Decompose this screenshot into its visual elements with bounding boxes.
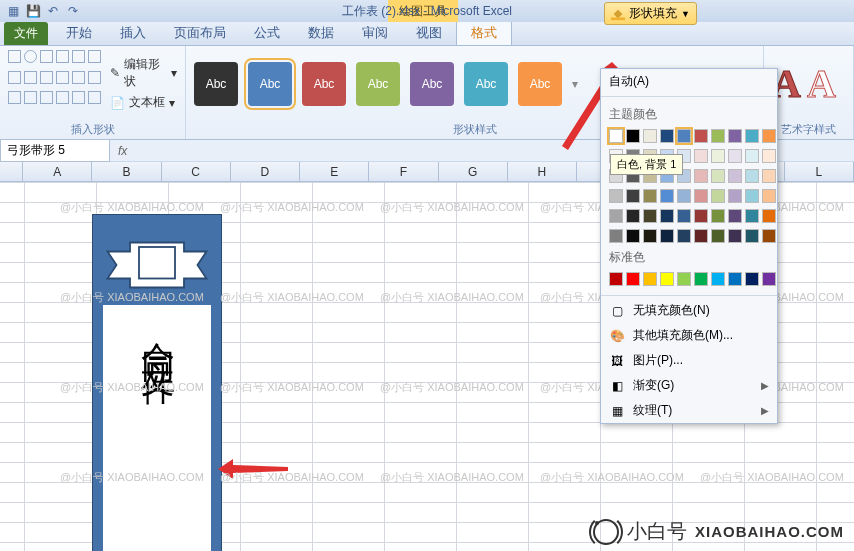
shapes-gallery[interactable]	[8, 50, 102, 110]
tab-layout[interactable]: 页面布局	[160, 21, 240, 45]
fx-icon[interactable]: fx	[118, 144, 127, 158]
color-swatch[interactable]	[677, 209, 691, 223]
style-preset[interactable]: Abc	[518, 62, 562, 106]
edit-shape-button[interactable]: ✎编辑形状 ▾	[110, 56, 177, 90]
col-header[interactable]: F	[369, 162, 438, 181]
color-swatch[interactable]	[694, 149, 708, 163]
color-swatch[interactable]	[677, 129, 691, 143]
color-swatch[interactable]	[643, 129, 657, 143]
color-swatch[interactable]	[660, 272, 674, 286]
color-swatch[interactable]	[609, 129, 623, 143]
save-icon[interactable]: 💾	[24, 2, 42, 20]
tab-insert[interactable]: 插入	[106, 21, 160, 45]
color-swatch[interactable]	[643, 209, 657, 223]
color-swatch[interactable]	[711, 189, 725, 203]
texture-fill-item[interactable]: ▦纹理(T)▶	[601, 398, 777, 423]
textbox-button[interactable]: 📄文本框 ▾	[110, 94, 177, 111]
color-swatch[interactable]	[762, 209, 776, 223]
color-swatch[interactable]	[660, 229, 674, 243]
color-swatch[interactable]	[660, 129, 674, 143]
color-swatch[interactable]	[728, 229, 742, 243]
color-swatch[interactable]	[677, 272, 691, 286]
col-header[interactable]: D	[231, 162, 300, 181]
col-header[interactable]: H	[508, 162, 577, 181]
color-swatch[interactable]	[626, 189, 640, 203]
style-preset[interactable]: Abc	[302, 62, 346, 106]
shape-object[interactable]: 合同文件	[92, 214, 222, 551]
color-swatch[interactable]	[745, 209, 759, 223]
color-swatch[interactable]	[609, 229, 623, 243]
color-swatch[interactable]	[745, 272, 759, 286]
color-swatch[interactable]	[711, 149, 725, 163]
color-swatch[interactable]	[643, 272, 657, 286]
redo-icon[interactable]: ↷	[64, 2, 82, 20]
color-swatch[interactable]	[677, 189, 691, 203]
style-preset[interactable]: Abc	[356, 62, 400, 106]
tab-data[interactable]: 数据	[294, 21, 348, 45]
tab-format[interactable]: 格式	[456, 20, 512, 45]
style-preset[interactable]: Abc	[410, 62, 454, 106]
color-swatch[interactable]	[728, 189, 742, 203]
color-swatch[interactable]	[728, 272, 742, 286]
undo-icon[interactable]: ↶	[44, 2, 62, 20]
color-swatch[interactable]	[762, 149, 776, 163]
col-header[interactable]: A	[23, 162, 92, 181]
col-header[interactable]: E	[300, 162, 369, 181]
color-swatch[interactable]	[711, 129, 725, 143]
auto-color-item[interactable]: 自动(A)	[601, 69, 777, 94]
gradient-fill-item[interactable]: ◧渐变(G)▶	[601, 373, 777, 398]
style-preset[interactable]: Abc	[194, 62, 238, 106]
color-swatch[interactable]	[762, 189, 776, 203]
tab-formula[interactable]: 公式	[240, 21, 294, 45]
color-swatch[interactable]	[694, 229, 708, 243]
style-preset-selected[interactable]: Abc	[248, 62, 292, 106]
col-header[interactable]: C	[162, 162, 231, 181]
color-swatch[interactable]	[745, 129, 759, 143]
color-swatch[interactable]	[711, 272, 725, 286]
color-swatch[interactable]	[694, 272, 708, 286]
no-fill-item[interactable]: ▢无填充颜色(N)	[601, 298, 777, 323]
color-swatch[interactable]	[762, 272, 776, 286]
color-swatch[interactable]	[609, 209, 623, 223]
col-header[interactable]: L	[785, 162, 854, 181]
col-header[interactable]: B	[92, 162, 161, 181]
color-swatch[interactable]	[626, 229, 640, 243]
color-swatch[interactable]	[745, 229, 759, 243]
color-swatch[interactable]	[609, 272, 623, 286]
color-swatch[interactable]	[660, 209, 674, 223]
picture-fill-item[interactable]: 🖼图片(P)...	[601, 348, 777, 373]
color-swatch[interactable]	[728, 169, 742, 183]
color-swatch[interactable]	[643, 189, 657, 203]
color-swatch[interactable]	[694, 189, 708, 203]
color-swatch[interactable]	[660, 189, 674, 203]
color-swatch[interactable]	[643, 229, 657, 243]
color-swatch[interactable]	[745, 149, 759, 163]
color-swatch[interactable]	[728, 129, 742, 143]
style-preset[interactable]: Abc	[464, 62, 508, 106]
more-colors-item[interactable]: 🎨其他填充颜色(M)...	[601, 323, 777, 348]
color-swatch[interactable]	[626, 209, 640, 223]
color-swatch[interactable]	[762, 169, 776, 183]
color-swatch[interactable]	[626, 272, 640, 286]
color-swatch[interactable]	[694, 169, 708, 183]
color-swatch[interactable]	[694, 209, 708, 223]
tab-review[interactable]: 审阅	[348, 21, 402, 45]
wordart-preset[interactable]: A	[807, 60, 836, 107]
tab-home[interactable]: 开始	[52, 21, 106, 45]
color-swatch[interactable]	[745, 169, 759, 183]
shape-fill-button[interactable]: 形状填充▼	[604, 2, 697, 25]
tab-view[interactable]: 视图	[402, 21, 456, 45]
color-swatch[interactable]	[626, 129, 640, 143]
color-swatch[interactable]	[609, 189, 623, 203]
color-swatch[interactable]	[762, 229, 776, 243]
color-swatch[interactable]	[711, 209, 725, 223]
color-swatch[interactable]	[711, 169, 725, 183]
color-swatch[interactable]	[677, 229, 691, 243]
tab-file[interactable]: 文件	[4, 22, 48, 45]
color-swatch[interactable]	[745, 189, 759, 203]
color-swatch[interactable]	[728, 209, 742, 223]
excel-icon[interactable]: ▦	[4, 2, 22, 20]
col-header[interactable]: G	[439, 162, 508, 181]
color-swatch[interactable]	[694, 129, 708, 143]
color-swatch[interactable]	[728, 149, 742, 163]
